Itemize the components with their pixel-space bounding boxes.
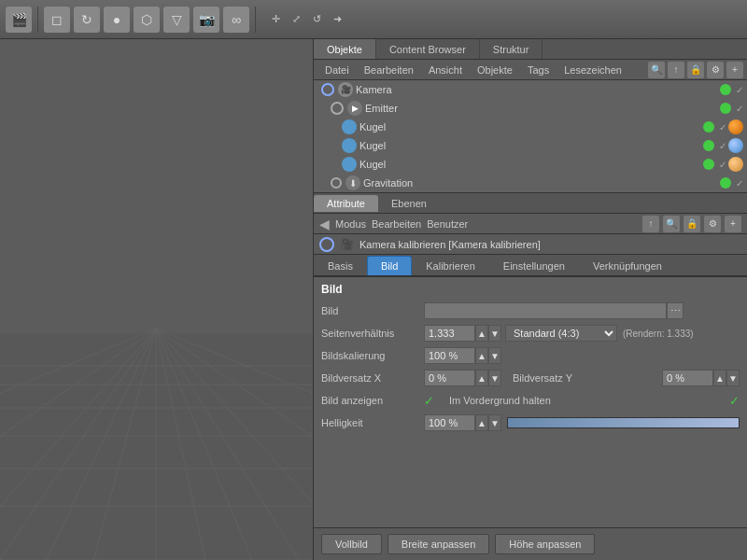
obj-title-text: Kamera kalibrieren [Kamera kalibrieren] bbox=[359, 239, 541, 250]
sub-tabs: Basis Bild Kalibrieren Einstellungen Ver… bbox=[314, 255, 747, 277]
camera2-icon[interactable]: 📷 bbox=[193, 7, 219, 33]
menu-lesezeichen[interactable]: Lesezeichen bbox=[557, 63, 629, 77]
emitter-icon: ▶ bbox=[347, 101, 362, 116]
scale2-icon[interactable]: ⤢ bbox=[288, 11, 304, 28]
menu-ansicht[interactable]: Ansicht bbox=[421, 63, 470, 77]
plus-icon[interactable]: + bbox=[726, 62, 743, 78]
hoehe-btn[interactable]: Höhe anpassen bbox=[495, 534, 595, 554]
bild-anzeigen-label: Bild anzeigen bbox=[321, 395, 424, 406]
kugel1-ball bbox=[728, 119, 743, 134]
grav-icon: ⬇ bbox=[345, 175, 360, 190]
viewport[interactable] bbox=[0, 39, 313, 560]
versatz-x-down[interactable]: ▼ bbox=[488, 370, 501, 386]
breite-btn[interactable]: Breite anpassen bbox=[388, 534, 490, 554]
tab-kalibrieren[interactable]: Kalibrieren bbox=[412, 256, 489, 275]
helligkeit-stepper: ▲ ▼ bbox=[424, 414, 501, 431]
menu-objekte[interactable]: Objekte bbox=[470, 63, 520, 77]
grav-dot bbox=[720, 177, 731, 189]
obj-emitter[interactable]: ▶ Emitter ✓ bbox=[314, 99, 747, 118]
tab-basis[interactable]: Basis bbox=[314, 256, 367, 275]
divider2 bbox=[255, 7, 256, 33]
search2-icon[interactable]: 🔍 bbox=[663, 216, 680, 232]
seiten-select[interactable]: Standard (4:3) bbox=[505, 325, 617, 342]
film-icon[interactable]: 🎬 bbox=[6, 7, 32, 33]
tab-content-browser[interactable]: Content Browser bbox=[376, 39, 480, 59]
tab-attribute[interactable]: Attribute bbox=[314, 195, 378, 212]
obj-kamera[interactable]: 🎥 Kamera ✓ bbox=[314, 80, 747, 99]
move-icon[interactable]: ✛ bbox=[267, 11, 284, 28]
tab-struktur[interactable]: Struktur bbox=[480, 39, 543, 59]
seiten-value[interactable] bbox=[424, 325, 475, 342]
im-vordergrund-check[interactable]: ✓ bbox=[729, 394, 740, 408]
bearbeiten-btn[interactable]: Bearbeiten bbox=[372, 218, 421, 230]
tab-objekte[interactable]: Objekte bbox=[314, 39, 376, 59]
arrow-icon[interactable]: ➜ bbox=[329, 11, 345, 28]
obj-kugel2[interactable]: Kugel ✓ bbox=[314, 136, 747, 155]
bottom-buttons: Vollbild Breite anpassen Höhe anpassen bbox=[314, 527, 747, 560]
skalierung-value[interactable] bbox=[424, 347, 475, 364]
kamera-check: ✓ bbox=[736, 85, 743, 95]
rotate-icon[interactable]: ↻ bbox=[74, 7, 100, 33]
helligkeit-fill bbox=[508, 418, 739, 427]
loop-icon[interactable]: ∞ bbox=[223, 7, 249, 33]
benutzer-btn[interactable]: Benutzer bbox=[427, 218, 468, 230]
up-arrow-icon[interactable]: ↑ bbox=[642, 216, 659, 232]
back-arrow-icon[interactable]: ◀ bbox=[319, 217, 330, 231]
helligkeit-up[interactable]: ▲ bbox=[475, 414, 488, 431]
bild-btn[interactable]: ⋯ bbox=[667, 302, 684, 319]
skalierung-down[interactable]: ▼ bbox=[488, 347, 501, 364]
skalierung-up[interactable]: ▲ bbox=[475, 347, 488, 364]
vollbild-btn[interactable]: Vollbild bbox=[321, 534, 382, 554]
versatz-x-up[interactable]: ▲ bbox=[475, 370, 488, 386]
bild-input[interactable] bbox=[424, 302, 667, 319]
seiten-label: Seitenverhältnis bbox=[321, 328, 424, 339]
emitter-label: Emitter bbox=[365, 103, 720, 114]
seiten-up[interactable]: ▲ bbox=[475, 325, 488, 342]
versatz-y-down[interactable]: ▼ bbox=[726, 370, 740, 386]
right-panel: Objekte Content Browser Struktur Datei B… bbox=[313, 39, 747, 560]
helligkeit-down[interactable]: ▼ bbox=[488, 414, 501, 431]
search-icon[interactable]: 🔍 bbox=[648, 62, 665, 78]
menu-tags[interactable]: Tags bbox=[520, 63, 557, 77]
helligkeit-label: Helligkeit bbox=[321, 417, 424, 428]
helligkeit-slider[interactable] bbox=[507, 417, 740, 428]
kamera-label: Kamera bbox=[356, 84, 720, 95]
versatz-x-value[interactable] bbox=[424, 370, 475, 386]
tab-verknuepfungen[interactable]: Verknüpfungen bbox=[579, 256, 676, 275]
attr-plus-icon[interactable]: + bbox=[725, 216, 741, 232]
sphere-icon[interactable]: ● bbox=[104, 7, 130, 33]
obj-kugel3[interactable]: Kugel ✓ bbox=[314, 155, 747, 174]
menu-datei[interactable]: Datei bbox=[317, 63, 357, 77]
bild-anzeigen-check[interactable]: ✓ bbox=[424, 394, 434, 408]
cone-icon[interactable]: ▽ bbox=[163, 7, 190, 33]
attr-gear-icon[interactable]: ⚙ bbox=[704, 216, 721, 232]
obj-kugel1[interactable]: Kugel ✓ bbox=[314, 118, 747, 136]
kugel1-check: ✓ bbox=[719, 122, 726, 133]
tab-bild[interactable]: Bild bbox=[367, 256, 412, 275]
helligkeit-value[interactable] bbox=[424, 414, 475, 431]
properties-area: Bild Bild ⋯ Seitenverhältnis ▲ ▼ Standar… bbox=[314, 277, 747, 527]
kugel1-icon bbox=[342, 119, 357, 134]
modus-btn[interactable]: Modus bbox=[335, 218, 366, 230]
camera-icon: 🎥 bbox=[338, 82, 353, 97]
versatz-y-up[interactable]: ▲ bbox=[713, 370, 726, 386]
arrow-up-icon[interactable]: ↑ bbox=[668, 62, 684, 78]
tab-einstellungen[interactable]: Einstellungen bbox=[489, 256, 579, 275]
seiten-down[interactable]: ▼ bbox=[488, 325, 501, 342]
tab-ebenen[interactable]: Ebenen bbox=[378, 195, 440, 212]
rotate2-icon[interactable]: ↺ bbox=[308, 11, 325, 28]
seiten-row: Seitenverhältnis ▲ ▼ Standard (4:3) (Ren… bbox=[321, 324, 740, 343]
menu-bearbeiten[interactable]: Bearbeiten bbox=[357, 63, 421, 77]
kugel3-check: ✓ bbox=[719, 160, 726, 170]
versatz-y-value[interactable] bbox=[662, 370, 713, 386]
cube-icon[interactable]: ◻ bbox=[44, 7, 70, 33]
emitter-loop-icon bbox=[331, 102, 344, 115]
obj-gravitation[interactable]: ⬇ Gravitation ✓ bbox=[314, 174, 747, 192]
kugel2-icons: ✓ bbox=[703, 138, 743, 153]
poly-icon[interactable]: ⬡ bbox=[134, 7, 160, 33]
lock2-icon[interactable]: 🔒 bbox=[684, 216, 700, 232]
lock-icon[interactable]: 🔒 bbox=[687, 62, 704, 78]
attr-toolbar: ◀ Modus Bearbeiten Benutzer ↑ 🔍 🔒 ⚙ + bbox=[314, 214, 747, 234]
gear-icon[interactable]: ⚙ bbox=[707, 62, 724, 78]
skalierung-label: Bildskalierung bbox=[321, 350, 424, 361]
